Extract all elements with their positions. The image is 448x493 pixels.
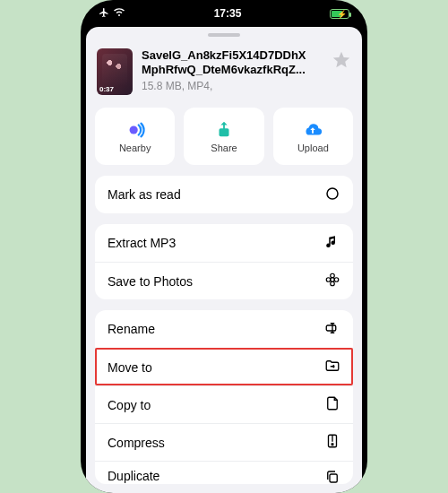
group-1: Mark as read <box>95 176 353 213</box>
extract-mp3-row[interactable]: Extract MP3 <box>95 224 353 262</box>
copy-to-row[interactable]: Copy to <box>95 385 353 423</box>
svg-point-0 <box>129 125 137 134</box>
svg-rect-10 <box>330 474 337 482</box>
svg-point-6 <box>326 278 331 282</box>
row-label: Duplicate <box>108 469 159 483</box>
battery-icon: ⚡ <box>330 9 349 19</box>
rename-icon <box>324 320 340 339</box>
folder-arrow-icon <box>324 358 340 376</box>
upload-label: Upload <box>297 143 329 153</box>
svg-point-5 <box>331 281 335 286</box>
group-2: Extract MP3 Save to Photos <box>95 224 353 299</box>
file-name: SaveIG_An8kzFi5X14D7DDhXMphRfwQ_DteM6vka… <box>142 48 323 78</box>
video-duration: 0:37 <box>99 85 114 93</box>
upload-button[interactable]: Upload <box>273 108 353 165</box>
group-3: Rename Move to Copy to Compress Duplicat… <box>95 310 353 484</box>
svg-rect-1 <box>219 128 228 136</box>
svg-point-7 <box>334 278 339 282</box>
share-icon <box>213 120 235 140</box>
nearby-button[interactable]: Nearby <box>95 108 175 165</box>
circle-icon <box>324 186 340 204</box>
nearby-icon <box>125 120 146 140</box>
row-label: Save to Photos <box>108 274 193 289</box>
row-label: Move to <box>108 360 152 375</box>
svg-rect-8 <box>326 325 336 331</box>
svg-point-4 <box>331 273 335 278</box>
move-to-row[interactable]: Move to <box>95 348 353 385</box>
star-icon[interactable] <box>332 50 351 70</box>
upload-cloud-icon <box>302 120 323 140</box>
compress-row[interactable]: Compress <box>95 423 353 461</box>
status-bar: 17:35 ⚡ <box>81 0 367 27</box>
share-label: Share <box>211 143 237 153</box>
action-sheet: 0:37 SaveIG_An8kzFi5X14D7DDhXMphRfwQ_Dte… <box>86 27 362 493</box>
phone-frame: 17:35 ⚡ 0:37 SaveIG_An8kzFi5X14D7DDhXMph… <box>81 0 367 493</box>
wifi-icon <box>113 7 125 21</box>
zip-icon <box>324 433 340 452</box>
row-label: Extract MP3 <box>108 236 176 250</box>
row-label: Rename <box>108 322 155 336</box>
sheet-grabber[interactable] <box>208 33 240 37</box>
svg-point-3 <box>331 278 335 282</box>
status-time: 17:35 <box>214 7 242 20</box>
file-info: 15.8 MB, MP4, <box>142 80 323 92</box>
share-button[interactable]: Share <box>184 108 263 165</box>
duplicate-row[interactable]: Duplicate <box>95 461 353 484</box>
video-thumbnail[interactable]: 0:37 <box>97 48 133 95</box>
row-label: Copy to <box>108 398 151 412</box>
nearby-label: Nearby <box>119 143 151 153</box>
mark-as-read-row[interactable]: Mark as read <box>95 176 353 213</box>
svg-point-2 <box>327 188 338 199</box>
music-note-icon <box>324 234 340 253</box>
quick-actions: Nearby Share Upload <box>86 108 362 176</box>
photos-icon <box>324 272 340 290</box>
row-label: Mark as read <box>108 187 181 202</box>
duplicate-icon <box>324 469 340 484</box>
save-to-photos-row[interactable]: Save to Photos <box>95 262 353 299</box>
document-icon <box>324 395 340 414</box>
file-header: 0:37 SaveIG_An8kzFi5X14D7DDhXMphRfwQ_Dte… <box>86 41 362 108</box>
rename-row[interactable]: Rename <box>95 310 353 348</box>
row-label: Compress <box>108 436 165 450</box>
airplane-icon <box>99 7 109 21</box>
